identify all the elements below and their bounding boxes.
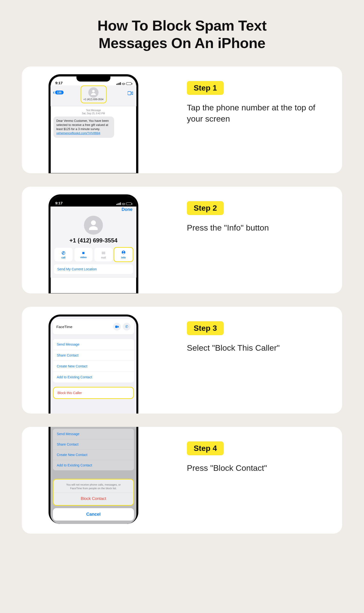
highlight-box xyxy=(114,247,133,262)
block-this-caller-row[interactable]: Block this Caller xyxy=(54,388,133,398)
avatar-icon xyxy=(84,216,103,235)
step-description: Select "Block This Caller" xyxy=(187,342,332,353)
message-type-label: Text Message xyxy=(51,109,136,112)
add-to-existing-contact-row: Add to Existing Contact xyxy=(53,460,134,470)
step-4-phone: Send Message Share Contact Create New Co… xyxy=(49,427,138,524)
highlight-box: You will not receive phone calls, messag… xyxy=(53,479,134,506)
status-time: 9:17 xyxy=(55,201,63,205)
send-message-row: Send Message xyxy=(53,429,134,439)
step-4-card: Send Message Share Contact Create New Co… xyxy=(22,427,342,534)
step-badge: Step 4 xyxy=(187,442,224,455)
messages-header: ‹ 135 +1 (412) 699-3554 xyxy=(51,85,136,106)
facetime-video-icon[interactable] xyxy=(113,323,121,330)
phone-notch xyxy=(77,76,110,81)
back-button[interactable]: ‹ 135 xyxy=(53,90,64,95)
facetime-label: FaceTime xyxy=(56,325,72,329)
create-new-contact-row: Create New Contact xyxy=(53,450,134,460)
signal-icon xyxy=(117,82,121,85)
action-segment-row: ✆ call ■⁢ video ✉ mail xyxy=(54,248,133,261)
status-time: 9:17 xyxy=(55,81,63,85)
video-button[interactable]: ■⁢ video xyxy=(75,248,93,261)
phone-icon: ✆ xyxy=(62,250,65,256)
message-bubble[interactable]: Dear Venmo Customer, You have been selec… xyxy=(53,117,114,138)
step-badge: Step 2 xyxy=(187,201,224,215)
video-icon: ■⁢ xyxy=(82,250,85,256)
step-description: Tap the phone number at the top of your … xyxy=(187,102,332,125)
step-badge: Step 1 xyxy=(187,81,224,95)
call-button[interactable]: ✆ call xyxy=(54,248,73,261)
step-1-card: 9:17 ‹ 135 xyxy=(22,66,342,173)
message-text: Dear Venmo Customer, You have been selec… xyxy=(56,119,109,131)
cancel-button[interactable]: Cancel xyxy=(53,508,134,521)
step-2-card: 9:17 Done +1 (412) 699-3554 xyxy=(22,187,342,293)
mail-button: ✉ mail xyxy=(94,248,113,261)
video-label: video xyxy=(80,256,87,259)
step-description: Press the "Info" button xyxy=(187,222,332,234)
step-2-phone: 9:17 Done +1 (412) 699-3554 xyxy=(49,194,138,293)
mail-label: mail xyxy=(101,256,106,259)
svg-rect-3 xyxy=(115,326,118,328)
share-contact-row[interactable]: Share Contact xyxy=(53,350,134,361)
highlight-box: Block this Caller xyxy=(53,387,134,399)
wifi-icon xyxy=(122,82,125,85)
page-title: How To Block Spam Text Messages On An iP… xyxy=(73,17,291,52)
svg-rect-0 xyxy=(128,91,131,95)
battery-icon xyxy=(126,82,131,85)
action-sheet: You will not receive phone calls, messag… xyxy=(53,479,134,521)
phone-notch xyxy=(77,196,110,202)
message-meta: Text Message Sat, Sep 25, 9:42 PM xyxy=(51,109,136,115)
contact-actions-list: Send Message Share Contact Create New Co… xyxy=(53,339,134,382)
chevron-left-icon: ‹ xyxy=(53,90,55,95)
block-contact-button[interactable]: Block Contact xyxy=(54,493,133,505)
step-badge: Step 3 xyxy=(187,321,224,335)
dimmed-actions-list: Send Message Share Contact Create New Co… xyxy=(53,429,134,470)
step-description: Press "Block Contact" xyxy=(187,463,332,474)
send-location-row[interactable]: Send My Current Location xyxy=(54,264,133,274)
facetime-row[interactable]: FaceTime ✆ xyxy=(53,319,134,335)
contact-info-sheet: Done +1 (412) 699-3554 ✆ call ■⁢ video xyxy=(51,207,136,278)
step-1-phone: 9:17 ‹ 135 xyxy=(49,74,138,173)
message-link[interactable]: vehemenceflookd.com/?#IVif884 xyxy=(56,131,100,135)
create-new-contact-row[interactable]: Create New Contact xyxy=(53,361,134,372)
done-button[interactable]: Done xyxy=(122,207,132,212)
share-contact-row: Share Contact xyxy=(53,439,134,450)
battery-icon xyxy=(126,202,131,205)
message-timestamp: Sat, Sep 25, 9:42 PM xyxy=(51,112,136,115)
facetime-audio-icon[interactable]: ✆ xyxy=(123,323,130,330)
step-3-phone: FaceTime ✆ Send Message Share Contact Cr… xyxy=(49,314,138,414)
block-hint-text: You will not receive phone calls, messag… xyxy=(54,480,133,493)
mail-icon: ✉ xyxy=(102,250,105,256)
step-3-card: FaceTime ✆ Send Message Share Contact Cr… xyxy=(22,307,342,414)
facetime-icon[interactable] xyxy=(128,91,133,96)
send-message-row[interactable]: Send Message xyxy=(53,339,134,350)
signal-icon xyxy=(117,202,121,205)
add-to-existing-contact-row[interactable]: Add to Existing Contact xyxy=(53,372,134,382)
call-label: call xyxy=(61,256,65,259)
contact-phone-number: +1 (412) 699-3554 xyxy=(54,237,133,244)
wifi-icon xyxy=(122,202,125,205)
highlight-box xyxy=(80,85,107,103)
unread-badge: 135 xyxy=(55,91,63,94)
